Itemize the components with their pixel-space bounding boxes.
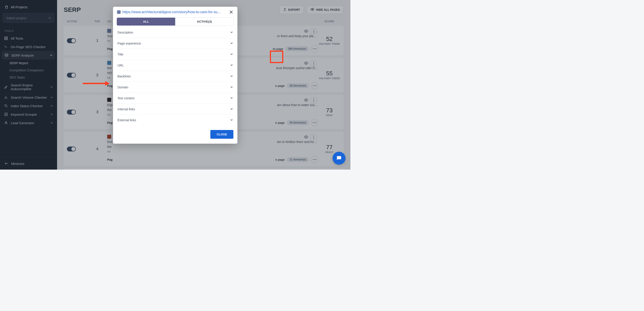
favicon-icon (117, 10, 120, 14)
modal-row-label: Internal links (118, 108, 135, 111)
modal-row-label: Domain (118, 86, 128, 89)
modal-row-label: Backlinks (118, 74, 131, 78)
chat-widget-button[interactable] (332, 152, 346, 165)
modal-url[interactable]: https://www.architecturaldigest.com/stor… (122, 10, 229, 14)
chevron-down-icon (230, 31, 233, 34)
modal-row-label: Text content (118, 96, 134, 100)
chevron-down-icon (230, 52, 233, 56)
chevron-down-icon (230, 64, 233, 67)
chevron-down-icon (230, 86, 233, 89)
modal-row-page-experience[interactable]: Page experience (116, 38, 234, 49)
chevron-down-icon (230, 118, 233, 122)
modal-row-description[interactable]: Description (116, 27, 234, 38)
modal-row-url[interactable]: URL (116, 60, 234, 71)
modal-row-label: URL (118, 64, 124, 67)
modal-row-label: Page experience (118, 42, 141, 45)
chevron-down-icon (230, 108, 233, 111)
close-icon[interactable] (229, 10, 234, 14)
page-details-modal: https://www.architecturaldigest.com/stor… (113, 7, 238, 144)
close-button[interactable]: CLOSE (210, 130, 234, 139)
modal-row-text-content[interactable]: Text content (116, 93, 234, 104)
chevron-down-icon (230, 96, 233, 100)
modal-tab-active[interactable]: ACTIVE(3) (175, 18, 234, 26)
modal-row-label: Title (118, 52, 123, 56)
modal-row-domain[interactable]: Domain (116, 82, 234, 93)
modal-row-title[interactable]: Title (116, 49, 234, 60)
modal-row-label: External links (118, 118, 136, 122)
modal-tab-all[interactable]: ALL (117, 18, 175, 26)
modal-row-internal-links[interactable]: Internal links (116, 104, 234, 115)
modal-row-backlinks[interactable]: Backlinks (116, 71, 234, 82)
chevron-down-icon (230, 74, 233, 78)
modal-row-label: Description (118, 31, 133, 34)
modal-row-external-links[interactable]: External links (116, 115, 234, 126)
chevron-down-icon (230, 42, 233, 45)
